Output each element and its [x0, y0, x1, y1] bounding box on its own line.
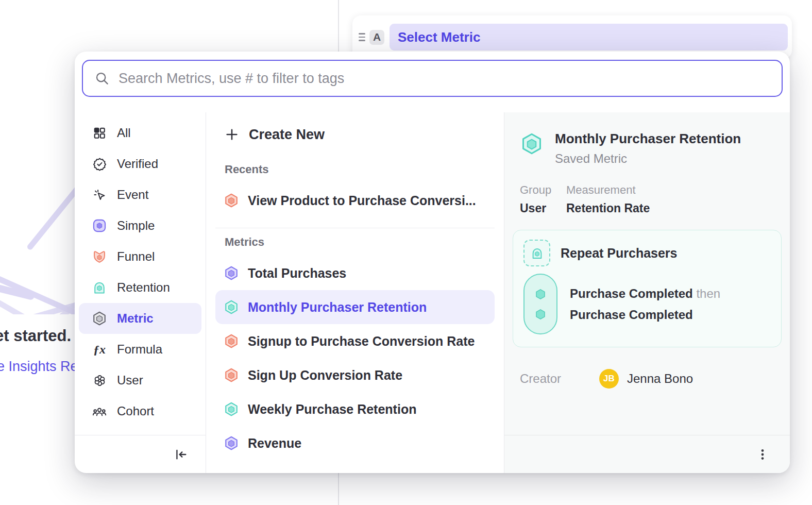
drag-handle-icon[interactable] — [357, 33, 367, 41]
search-bar[interactable] — [82, 60, 783, 97]
select-metric-button[interactable]: Select Metric — [390, 24, 788, 50]
sidebar-item-formula[interactable]: ƒx Formula — [79, 334, 201, 365]
kebab-menu-icon[interactable] — [756, 448, 769, 461]
event-sequence-capsule — [523, 274, 557, 334]
search-icon — [94, 71, 110, 86]
list-item-label: Total Purchases — [248, 266, 346, 281]
creator-name: Jenna Bono — [627, 372, 693, 386]
background-insights-link-fragment[interactable]: e Insights Re — [0, 359, 78, 375]
sidebar-item-label: Verified — [117, 157, 158, 171]
sidebar-item-label: Formula — [117, 342, 162, 357]
metric-detail-panel: Monthly Purchaser Retention Saved Metric… — [504, 112, 790, 473]
creator-label: Creator — [520, 372, 599, 386]
sidebar-item-metric[interactable]: Metric — [79, 303, 201, 334]
list-item-label: Weekly Purchase Retention — [248, 402, 416, 417]
behavior-step-2: Purchase Completed — [570, 309, 720, 321]
formula-icon: ƒx — [92, 342, 107, 357]
sidebar-item-label: Cohort — [117, 404, 154, 418]
sidebar-item-label: Metric — [117, 311, 154, 326]
sidebar-item-label: All — [117, 126, 131, 140]
group-value: User — [520, 201, 566, 215]
create-new-button[interactable]: Create New — [215, 117, 495, 152]
list-item-metric[interactable]: Weekly Purchase Retention — [215, 392, 495, 426]
event-cursor-icon — [92, 188, 107, 202]
create-new-label: Create New — [249, 127, 325, 143]
type-filter-sidebar: All Verified — [75, 112, 206, 473]
metric-list: Create New Recents View Product to Purch… — [206, 112, 504, 473]
behavior-title: Repeat Purchasers — [561, 246, 678, 261]
sidebar-item-cohort[interactable]: Cohort — [79, 396, 201, 427]
sidebar-item-label: Funnel — [117, 249, 155, 264]
list-item-label: Monthly Purchaser Retention — [248, 300, 427, 315]
detail-meta: Group User Measurement Retention Rate — [513, 183, 782, 215]
sidebar-item-event[interactable]: Event — [79, 179, 201, 210]
grid-icon — [92, 126, 107, 140]
background-heading-fragment: et started. — [0, 327, 71, 345]
sidebar-item-label: Event — [117, 188, 148, 202]
avatar: JB — [599, 369, 619, 389]
event-hexagon-icon — [534, 308, 547, 321]
list-item-metric[interactable]: Revenue — [215, 426, 495, 460]
group-label: Group — [520, 183, 566, 197]
creator-row: Creator JB Jenna Bono — [513, 369, 782, 389]
query-block-letter: A — [369, 30, 384, 45]
sidebar-item-all[interactable]: All — [79, 117, 201, 148]
sidebar-item-retention[interactable]: Retention — [79, 272, 201, 303]
sidebar-item-funnel[interactable]: Funnel — [79, 241, 201, 272]
detail-subtitle: Saved Metric — [555, 152, 741, 166]
retention-icon — [92, 280, 107, 295]
plus-icon — [225, 127, 239, 142]
sidebar-item-label: Retention — [117, 280, 170, 295]
list-item-label: Signup to Purchase Conversion Rate — [248, 334, 475, 349]
list-item-label: Sign Up Conversion Rate — [248, 368, 402, 383]
list-item-metric[interactable]: Sign Up Conversion Rate — [215, 358, 495, 392]
collapse-sidebar-icon[interactable] — [174, 447, 188, 462]
metric-hexagon-icon — [520, 132, 544, 156]
list-item-metric[interactable]: Signup to Purchase Conversion Rate — [215, 324, 495, 358]
metric-hexagon-icon — [224, 367, 239, 383]
metric-hexagon-icon — [224, 401, 239, 417]
background-chart-illustration — [0, 139, 76, 314]
sidebar-item-label: User — [117, 373, 143, 388]
sidebar-item-verified[interactable]: Verified — [79, 148, 201, 179]
sidebar-item-user[interactable]: User — [79, 365, 201, 396]
list-item-label: View Product to Purchase Conversi... — [248, 193, 476, 208]
behavior-step-1: Purchase Completed then — [570, 288, 720, 300]
list-item-metric-selected[interactable]: Monthly Purchaser Retention — [215, 290, 495, 324]
cohort-icon — [92, 404, 107, 418]
behavior-definition-card: Repeat Purchasers Purchase Completed the… — [513, 230, 782, 347]
metric-picker-modal: All Verified — [75, 52, 790, 473]
metric-hexagon-icon — [224, 265, 239, 281]
metric-hexagon-icon — [224, 193, 239, 208]
detail-title: Monthly Purchaser Retention — [555, 131, 741, 147]
sidebar-footer — [75, 435, 206, 473]
sidebar-item-label: Simple — [117, 218, 155, 233]
sidebar-item-simple[interactable]: Simple — [79, 210, 201, 241]
metric-hexagon-icon — [224, 333, 239, 349]
then-label: then — [696, 287, 720, 300]
user-icon — [92, 373, 107, 388]
list-section-divider — [215, 228, 495, 228]
metric-hexagon-icon — [224, 299, 239, 315]
metric-hexagon-icon — [92, 311, 107, 326]
event-hexagon-icon — [534, 288, 547, 301]
measurement-label: Measurement — [566, 183, 650, 197]
list-item-label: Revenue — [248, 436, 301, 451]
measurement-value: Retention Rate — [566, 201, 650, 215]
metrics-heading: Metrics — [215, 235, 495, 249]
list-item-recent[interactable]: View Product to Purchase Conversi... — [215, 183, 495, 217]
search-input[interactable] — [117, 70, 770, 87]
behavior-icon — [523, 240, 550, 266]
verified-badge-icon — [92, 157, 107, 171]
recents-heading: Recents — [215, 163, 495, 176]
metric-hexagon-icon — [224, 435, 239, 451]
funnel-icon — [92, 249, 107, 264]
detail-footer — [504, 435, 790, 473]
simple-icon — [92, 218, 107, 233]
list-item-metric[interactable]: Total Purchases — [215, 256, 495, 290]
